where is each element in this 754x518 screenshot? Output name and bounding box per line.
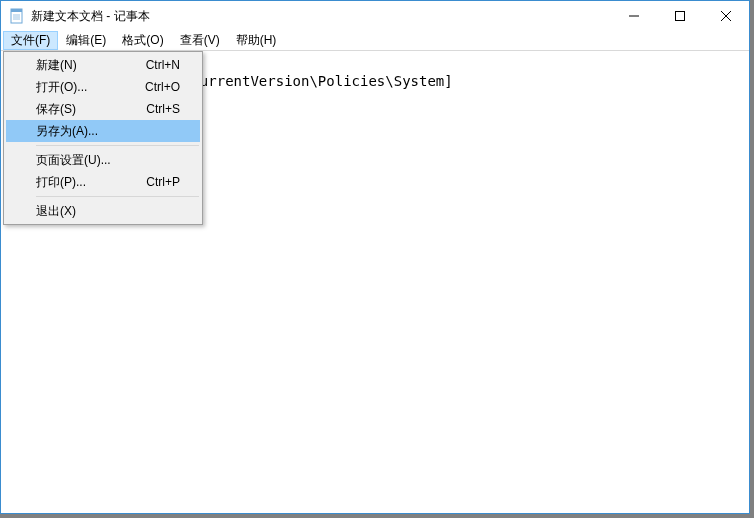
menu-separator (36, 196, 199, 197)
menu-item-label: 打印(P)... (36, 174, 146, 191)
menubar: 文件(F) 编辑(E) 格式(O) 查看(V) 帮助(H) (1, 31, 749, 51)
menu-item-label: 页面设置(U)... (36, 152, 180, 169)
maximize-button[interactable] (657, 1, 703, 31)
menu-item-new[interactable]: 新建(N) Ctrl+N (6, 54, 200, 76)
menu-item-label: 保存(S) (36, 101, 146, 118)
menu-item-label: 新建(N) (36, 57, 146, 74)
menu-separator (36, 145, 199, 146)
notepad-window: 新建文本文档 - 记事本 文件(F) 编辑(E) 格式(O) 查看(V) 帮助(… (0, 0, 750, 514)
maximize-icon (675, 11, 685, 21)
menu-item-save-as[interactable]: 另存为(A)... (6, 120, 200, 142)
svg-rect-1 (11, 9, 22, 12)
menu-file[interactable]: 文件(F) (3, 31, 58, 50)
menu-item-shortcut: Ctrl+N (146, 58, 180, 72)
titlebar: 新建文本文档 - 记事本 (1, 1, 749, 31)
menu-item-label: 退出(X) (36, 203, 180, 220)
menu-item-label: 另存为(A)... (36, 123, 180, 140)
menu-item-print[interactable]: 打印(P)... Ctrl+P (6, 171, 200, 193)
menu-item-open[interactable]: 打开(O)... Ctrl+O (6, 76, 200, 98)
menu-item-save[interactable]: 保存(S) Ctrl+S (6, 98, 200, 120)
menu-format[interactable]: 格式(O) (114, 31, 171, 50)
window-controls (611, 1, 749, 31)
close-icon (721, 11, 731, 21)
notepad-icon (9, 8, 25, 24)
menu-help[interactable]: 帮助(H) (228, 31, 285, 50)
close-button[interactable] (703, 1, 749, 31)
menu-item-page-setup[interactable]: 页面设置(U)... (6, 149, 200, 171)
menu-item-shortcut: Ctrl+P (146, 175, 180, 189)
menu-item-shortcut: Ctrl+S (146, 102, 180, 116)
menu-item-shortcut: Ctrl+O (145, 80, 180, 94)
menu-edit[interactable]: 编辑(E) (58, 31, 114, 50)
svg-rect-6 (676, 12, 685, 21)
minimize-icon (629, 11, 639, 21)
menu-item-label: 打开(O)... (36, 79, 145, 96)
menu-item-exit[interactable]: 退出(X) (6, 200, 200, 222)
window-title: 新建文本文档 - 记事本 (31, 8, 611, 25)
minimize-button[interactable] (611, 1, 657, 31)
file-menu-dropdown: 新建(N) Ctrl+N 打开(O)... Ctrl+O 保存(S) Ctrl+… (3, 51, 203, 225)
menu-view[interactable]: 查看(V) (172, 31, 228, 50)
